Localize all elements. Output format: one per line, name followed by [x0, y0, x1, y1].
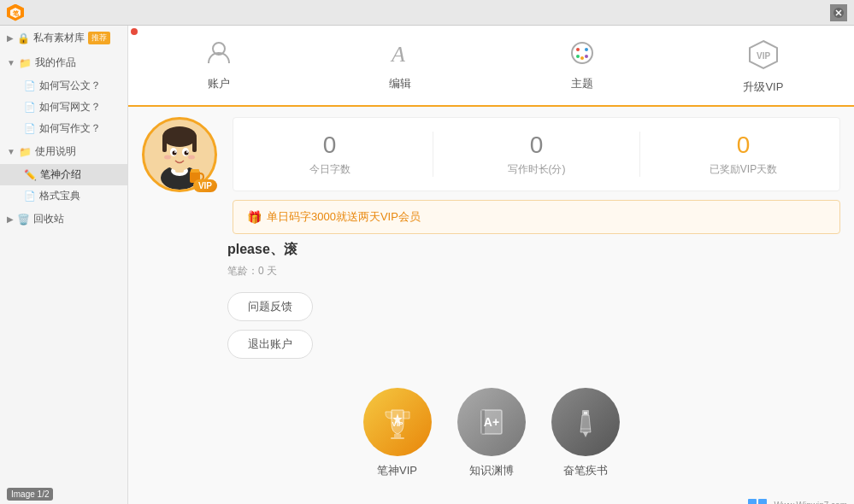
format-label: 格式宝典 — [39, 189, 80, 203]
svg-point-15 — [162, 126, 197, 147]
achievement-vip-icon: VIP — [363, 388, 432, 456]
stats-area: 0 今日字数 0 写作时长(分) 0 已奖励VIP天数 🎁 — [233, 117, 840, 234]
svg-text:A: A — [390, 42, 405, 67]
promo-banner: 🎁 单日码字3000就送两天VIP会员 — [233, 200, 840, 234]
tab-edit[interactable]: A 编辑 — [309, 32, 491, 105]
promo-text: 单日码字3000就送两天VIP会员 — [267, 209, 421, 225]
svg-text:VIP: VIP — [757, 51, 770, 61]
watermark-area: Www.Winwin7.com — [128, 492, 854, 504]
watermark-text: Www.Winwin7.com — [774, 501, 847, 505]
recycle-label: 回收站 — [33, 212, 64, 226]
app-icon: 笔 — [7, 4, 24, 21]
pen-age: 笔龄：0 天 — [227, 264, 840, 278]
sidebar-recycle[interactable]: ▶ 🗑️ 回收站 — [0, 207, 127, 231]
svg-point-23 — [186, 151, 188, 153]
tab-account[interactable]: 账户 — [128, 32, 309, 105]
vip-icon: VIP — [748, 39, 779, 76]
vip-days-value: 0 — [647, 132, 839, 159]
svg-point-5 — [576, 48, 580, 51]
doc-icon: 📄 — [24, 123, 36, 134]
tab-account-label: 账户 — [208, 76, 230, 91]
folder-icon: 📁 — [19, 57, 32, 69]
svg-point-22 — [174, 151, 176, 153]
writing-time-label: 写作时长(分) — [440, 162, 633, 177]
stat-writing-time: 0 写作时长(分) — [440, 132, 633, 177]
svg-point-20 — [173, 151, 177, 155]
avatar-container: VIP — [142, 117, 219, 194]
arrow-icon: ▶ — [7, 33, 14, 43]
svg-point-6 — [585, 48, 588, 51]
username: please、滚 — [227, 241, 840, 259]
arrow-down-icon: ▼ — [7, 58, 15, 67]
svg-point-21 — [185, 151, 189, 155]
achievements-section: VIP 笔神VIP A+ 知识渊博 — [128, 374, 854, 492]
tab-edit-label: 编辑 — [389, 76, 411, 91]
private-materials-tag: 推荐 — [88, 32, 110, 44]
svg-point-25 — [188, 155, 195, 160]
sidebar-item-bishen-intro[interactable]: ✏️ 笔神介绍 — [0, 164, 127, 185]
logout-button[interactable]: 退出账户 — [227, 330, 313, 359]
doc-icon: 📄 — [24, 102, 36, 113]
tab-vip[interactable]: VIP 升级VIP — [673, 32, 854, 105]
edit-icon: ✏️ — [24, 169, 37, 181]
sidebar-instructions[interactable]: ▼ 📁 使用说明 — [0, 139, 127, 164]
svg-point-9 — [585, 55, 588, 58]
work-3-label: 如何写作文？ — [39, 121, 101, 136]
sidebar-item-format[interactable]: 📄 格式宝典 — [0, 185, 127, 207]
sidebar-private-materials[interactable]: ▶ 🔒 私有素材库 推荐 — [0, 26, 127, 50]
my-works-label: 我的作品 — [35, 56, 76, 70]
svg-marker-36 — [580, 415, 591, 432]
svg-marker-37 — [583, 432, 588, 437]
watermark: Www.Winwin7.com — [746, 495, 847, 504]
achievement-vip-label: 笔神VIP — [377, 463, 417, 478]
achievement-knowledge-label: 知识渊博 — [469, 463, 514, 478]
svg-point-24 — [164, 155, 171, 160]
feedback-button[interactable]: 问题反馈 — [227, 292, 313, 321]
svg-rect-16 — [162, 137, 167, 152]
stats-row: 0 今日字数 0 写作时长(分) 0 已奖励VIP天数 — [233, 117, 840, 191]
image-counter: Image 1/2 — [7, 488, 53, 501]
tab-theme[interactable]: 主题 — [492, 32, 673, 105]
achievement-writing-icon — [551, 388, 620, 456]
work-2-label: 如何写网文？ — [39, 100, 101, 114]
lock-icon: 🔒 — [17, 32, 30, 44]
svg-rect-27 — [191, 169, 199, 173]
sidebar-my-works[interactable]: ▼ 📁 我的作品 — [0, 50, 127, 75]
sidebar-item-work-1[interactable]: 📄 如何写公文？ — [0, 75, 127, 97]
svg-text:笔: 笔 — [13, 10, 20, 16]
content-area: 账户 A 编辑 — [128, 26, 854, 504]
arrow3-icon: ▶ — [7, 214, 14, 224]
instructions-label: 使用说明 — [35, 144, 76, 159]
achievement-knowledge: A+ 知识渊博 — [457, 388, 526, 478]
svg-rect-29 — [391, 437, 404, 439]
svg-rect-41 — [758, 499, 767, 504]
user-icon — [205, 39, 233, 73]
palette-icon — [568, 39, 596, 73]
tab-theme-label: 主题 — [571, 76, 593, 91]
font-icon: A — [386, 39, 414, 73]
sidebar: ▶ 🔒 私有素材库 推荐 ▼ 📁 我的作品 📄 如何写公文？ 📄 如何写网文？ … — [0, 26, 128, 504]
vip-days-label: 已奖励VIP天数 — [647, 162, 839, 177]
svg-rect-40 — [748, 499, 757, 504]
bishen-intro-label: 笔神介绍 — [40, 167, 81, 182]
sidebar-item-work-3[interactable]: 📄 如何写作文？ — [0, 118, 127, 139]
profile-section: VIP 0 今日字数 0 写作时长(分) 0 — [128, 107, 854, 234]
writing-time-value: 0 — [440, 132, 633, 159]
user-info: please、滚 笔龄：0 天 问题反馈 退出账户 — [128, 234, 854, 374]
svg-rect-39 — [584, 412, 587, 414]
pen-age-label: 笔龄： — [227, 265, 258, 277]
sidebar-item-work-2[interactable]: 📄 如何写网文？ — [0, 97, 127, 118]
top-right-icon[interactable] — [830, 4, 847, 21]
achievement-writing-label: 奋笔疾书 — [563, 463, 608, 478]
win7-logo — [746, 495, 770, 504]
folder2-icon: 📁 — [19, 146, 32, 158]
vip-badge: VIP — [193, 179, 217, 192]
achievement-knowledge-icon: A+ — [457, 388, 526, 456]
title-bar: 笔 — [0, 0, 854, 26]
pen-age-value: 0 天 — [258, 265, 277, 277]
tab-vip-label: 升级VIP — [743, 79, 783, 95]
today-chars-label: 今日字数 — [233, 162, 426, 177]
stat-vip-days: 0 已奖励VIP天数 — [647, 132, 839, 177]
notification-dot — [131, 28, 138, 35]
doc-icon: 📄 — [24, 80, 36, 91]
